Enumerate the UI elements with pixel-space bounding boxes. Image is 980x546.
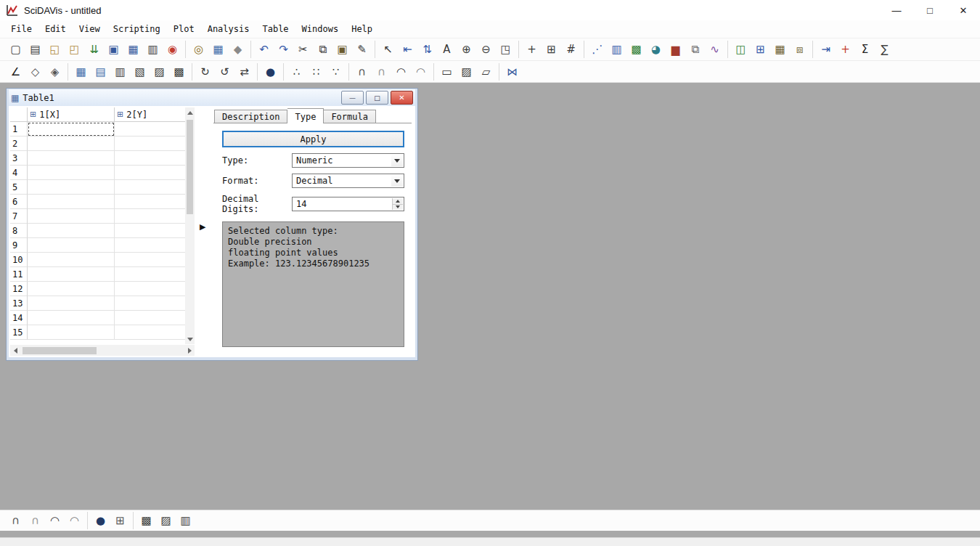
table-cell[interactable] — [115, 267, 195, 282]
table-cell[interactable] — [115, 180, 195, 195]
splitter-arrow-icon[interactable]: ▶ — [200, 222, 205, 232]
spreadsheet-corner-cell[interactable] — [10, 107, 28, 122]
table-cell[interactable] — [28, 267, 115, 282]
paste-icon[interactable]: ▣ — [332, 41, 352, 58]
add-text-icon[interactable]: A — [437, 41, 457, 58]
tab-formula[interactable]: Formula — [324, 110, 376, 123]
table-cell[interactable] — [28, 325, 115, 340]
table-cell[interactable] — [115, 195, 195, 209]
table-cell[interactable] — [28, 136, 115, 151]
surface-hidden-line-icon[interactable]: ∩ — [25, 512, 45, 529]
plot-3d-wire-surface-icon[interactable]: ◠ — [411, 63, 430, 81]
close-button[interactable]: ✕ — [947, 0, 980, 20]
row-number-14[interactable]: 14 — [10, 311, 28, 325]
plot-pie-icon[interactable]: ◕ — [646, 41, 666, 58]
contour-plot-icon[interactable]: ▩ — [136, 512, 156, 529]
row-number-15[interactable]: 15 — [10, 325, 28, 340]
tab-type[interactable]: Type — [287, 108, 324, 123]
floor-data-projection-icon[interactable]: ▭ — [437, 63, 457, 81]
duplicate-window-icon[interactable]: ⧉ — [685, 41, 705, 58]
minimize-button[interactable]: — — [880, 0, 913, 20]
column-header-2[interactable]: ⊞2[Y] — [115, 107, 195, 122]
table-cell[interactable] — [28, 282, 115, 296]
table-cell[interactable] — [115, 238, 195, 253]
row-number-12[interactable]: 12 — [10, 282, 28, 296]
color-map-icon[interactable]: ● — [91, 512, 110, 529]
plot-3d-hidden-line-icon[interactable]: ∩ — [372, 63, 391, 81]
menu-edit[interactable]: Edit — [38, 22, 73, 36]
screen-reader-icon[interactable]: + — [522, 41, 542, 58]
select-region-icon[interactable]: # — [561, 41, 581, 58]
density-plot-icon[interactable]: ▨ — [156, 512, 176, 529]
scatter-crosses-icon[interactable]: ∷ — [306, 63, 326, 81]
table-cell[interactable] — [28, 180, 115, 195]
scroll-left-arrow-icon[interactable] — [10, 345, 20, 356]
active-cell[interactable] — [28, 122, 115, 136]
open-template-icon[interactable]: ◰ — [65, 41, 84, 58]
new-project-icon[interactable]: ▢ — [6, 41, 25, 58]
new-matrix-icon[interactable]: ▤ — [91, 63, 110, 81]
row-number-7[interactable]: 7 — [10, 209, 28, 224]
row-number-10[interactable]: 10 — [10, 253, 28, 267]
print-icon[interactable]: ▥ — [143, 41, 163, 58]
table-cell[interactable] — [28, 224, 115, 238]
plot-polygon-icon[interactable]: ◇ — [25, 63, 45, 81]
table1-titlebar[interactable]: ▦ Table1 — □ ✕ — [9, 89, 415, 106]
surface-polygon-icon[interactable]: ◠ — [45, 512, 65, 529]
matrix-mirror-vertical-icon[interactable]: ▨ — [150, 63, 169, 81]
matrix-mirror-horizontal-icon[interactable]: ▧ — [130, 63, 150, 81]
statistics-on-rows-icon[interactable]: ⇥ — [816, 41, 836, 58]
surface-wireframe-polygon-icon[interactable]: ◠ — [65, 512, 84, 529]
select-data-range-icon[interactable]: ⇤ — [398, 41, 417, 58]
rotate-counterclockwise-icon[interactable]: ↺ — [215, 63, 234, 81]
menu-help[interactable]: Help — [345, 22, 379, 36]
table-cell[interactable] — [115, 166, 195, 180]
table-cell[interactable] — [115, 224, 195, 238]
table1-close-button[interactable]: ✕ — [391, 91, 413, 105]
table-cell[interactable] — [115, 136, 195, 151]
matrix-invert-icon[interactable]: ▩ — [169, 63, 189, 81]
horizontal-scrollbar[interactable] — [10, 345, 195, 356]
cut-icon[interactable]: ✂ — [293, 41, 313, 58]
find-icon[interactable]: ◎ — [189, 41, 208, 58]
plot-filled-polygon-icon[interactable]: ◈ — [45, 63, 65, 81]
color-drop-icon[interactable]: ● — [261, 63, 280, 81]
scatter-cones-icon[interactable]: ∵ — [326, 63, 346, 81]
zoom-out-icon[interactable]: ⊖ — [476, 41, 496, 58]
vertical-scrollbar-thumb[interactable] — [187, 120, 193, 214]
chevron-down-icon[interactable] — [391, 175, 403, 187]
select-columns-icon[interactable]: ⇅ — [417, 41, 437, 58]
row-number-4[interactable]: 4 — [10, 166, 28, 180]
rotate-clockwise-icon[interactable]: ↻ — [195, 63, 215, 81]
row-number-2[interactable]: 2 — [10, 136, 28, 151]
menu-scripting[interactable]: Scripting — [107, 22, 167, 36]
table-cell[interactable] — [115, 325, 195, 340]
export-pdf-icon[interactable]: ◉ — [163, 41, 182, 58]
spin-down-button[interactable] — [392, 205, 403, 211]
scroll-up-arrow-icon[interactable] — [185, 107, 195, 118]
menu-view[interactable]: View — [73, 22, 107, 36]
plot-3d-polygon-icon[interactable]: ◠ — [391, 63, 411, 81]
scatter-dots-icon[interactable]: ∴ — [287, 63, 306, 81]
add-column-icon[interactable]: + — [836, 41, 855, 58]
type-select[interactable]: Numeric — [292, 153, 404, 168]
chevron-down-icon[interactable] — [391, 155, 403, 166]
table-cell[interactable] — [115, 253, 195, 267]
menu-plot[interactable]: Plot — [167, 22, 201, 36]
maximize-button[interactable]: □ — [913, 0, 947, 20]
vertical-scrollbar[interactable] — [185, 107, 195, 344]
row-number-1[interactable]: 1 — [10, 122, 28, 136]
row-number-6[interactable]: 6 — [10, 195, 28, 209]
set-column-values-icon[interactable]: Σ — [855, 41, 875, 58]
table-cell[interactable] — [115, 151, 195, 166]
plot-vertical-bars-icon[interactable]: ▥ — [607, 41, 626, 58]
main-titlebar[interactable]: SciDAVis - untitled — □ ✕ — [0, 0, 980, 20]
open-project-icon[interactable]: ◱ — [45, 41, 65, 58]
data-reader-icon[interactable]: ⊞ — [542, 41, 561, 58]
plot-vectors-icon[interactable]: ⋈ — [502, 63, 522, 81]
table-cell[interactable] — [115, 311, 195, 325]
table-cell[interactable] — [28, 151, 115, 166]
row-number-3[interactable]: 3 — [10, 151, 28, 166]
add-inset-layer-icon[interactable]: ⊞ — [751, 41, 770, 58]
undo-icon[interactable]: ↶ — [254, 41, 274, 58]
